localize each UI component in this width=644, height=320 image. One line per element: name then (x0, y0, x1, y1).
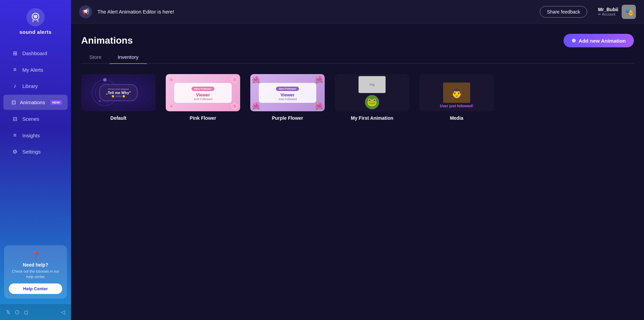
sidebar-item-animations[interactable]: ⊡ Animations New! (3, 95, 68, 110)
sidebar-nav: ⊞ Dashboard ≡ My Alerts ♪ Library ⊡ Anim… (0, 42, 71, 240)
svg-point-5 (36, 15, 38, 17)
animation-name-pink-flower: Pink Flower (190, 115, 216, 121)
animation-card-my-first-animation[interactable]: img 🐸 My First Animation (335, 74, 409, 121)
animation-card-default[interactable]: Roxxi just played „Tell me Why" ⭐ 2000 ⭐… (81, 74, 156, 121)
insights-icon: ≡ (12, 132, 18, 138)
sidebar-item-label: Scenes (22, 116, 39, 122)
avatar[interactable]: 🎭 (622, 5, 636, 19)
twitter-icon[interactable]: 𝕏 (6, 309, 10, 315)
svg-point-4 (33, 15, 35, 17)
share-feedback-button[interactable]: Share feedback (540, 6, 587, 18)
instagram-icon[interactable]: ◻ (24, 309, 28, 315)
logo-text: sound alerts (19, 29, 51, 35)
sidebar-item-label: Library (22, 83, 38, 89)
plus-icon: ⊕ (572, 38, 576, 44)
discord-icon[interactable]: ⬡ (15, 309, 19, 315)
dashboard-icon: ⊞ (12, 50, 18, 56)
announcement-icon: 📢 (79, 5, 92, 18)
library-icon: ♪ (12, 83, 18, 89)
sidebar-item-label: My Alerts (22, 67, 43, 73)
sidebar-social: 𝕏 ⬡ ◻ ◁ (0, 304, 71, 320)
new-badge: New! (50, 100, 62, 105)
animation-card-pink-flower[interactable]: 🌸 🌸 🌸 🌸 New Follower Viewer Just Followe… (166, 74, 240, 121)
tabs: Store Inventory (81, 51, 634, 64)
user-info: Mr_Bubii ✏ Account 🎭 (598, 5, 636, 19)
add-animation-button[interactable]: ⊕ Add new Animation (564, 34, 634, 47)
help-icon: ❓ (9, 251, 62, 260)
topbar: 📢 The Alert Animation Editor is here! Sh… (71, 0, 644, 24)
sidebar-item-library[interactable]: ♪ Library (3, 78, 68, 93)
scenes-icon: ⊟ (12, 116, 18, 122)
settings-icon: ⚙ (12, 148, 18, 155)
sidebar-item-my-alerts[interactable]: ≡ My Alerts (3, 62, 68, 77)
sidebar-item-label: Insights (22, 133, 40, 138)
animation-name-default: Default (110, 115, 126, 121)
sidebar-logo: sound alerts (0, 0, 71, 42)
announcement-text: The Alert Animation Editor is here! (97, 9, 534, 15)
sidebar-item-label: Dashboard (22, 50, 47, 56)
animation-card-purple-flower[interactable]: 🌺 🌺 🌺 🌺 New Follower Viewer Just Followe… (250, 74, 325, 121)
animation-thumbnail-media: 👨 User just followed! (419, 74, 494, 111)
sidebar-item-settings[interactable]: ⚙ Settings (3, 144, 68, 159)
svg-point-10 (99, 100, 101, 102)
animation-thumbnail-purple-flower: 🌺 🌺 🌺 🌺 New Follower Viewer Just Followe… (250, 74, 325, 111)
page-header: Animations ⊕ Add new Animation (81, 34, 634, 47)
animation-thumbnail-pink-flower: 🌸 🌸 🌸 🌸 New Follower Viewer Just Followe… (166, 74, 240, 111)
animations-grid: Roxxi just played „Tell me Why" ⭐ 2000 ⭐… (81, 74, 634, 121)
page-content: Animations ⊕ Add new Animation Store Inv… (71, 24, 644, 320)
animation-name-media: Media (450, 115, 463, 121)
animation-thumbnail-my-first-animation: img 🐸 (335, 74, 409, 111)
back-arrow-icon[interactable]: ◁ (61, 309, 65, 315)
help-title: Need help? (9, 262, 62, 268)
animation-thumbnail-default: Roxxi just played „Tell me Why" ⭐ 2000 ⭐ (81, 74, 156, 111)
tab-inventory[interactable]: Inventory (110, 51, 147, 64)
svg-line-2 (33, 20, 33, 22)
sidebar-item-dashboard[interactable]: ⊞ Dashboard (3, 46, 68, 61)
animations-icon: ⊡ (12, 99, 16, 106)
main-content: 📢 The Alert Animation Editor is here! Sh… (71, 0, 644, 320)
help-description: Check out the tutorials in our help cent… (9, 269, 62, 279)
sidebar-item-label: Settings (22, 149, 41, 155)
sidebar-item-label: Animations (20, 99, 45, 105)
page-title: Animations (81, 35, 133, 46)
user-name: Mr_Bubii (598, 7, 618, 12)
svg-point-8 (103, 78, 107, 82)
my-alerts-icon: ≡ (12, 67, 18, 73)
tab-store[interactable]: Store (81, 51, 110, 64)
sidebar: sound alerts ⊞ Dashboard ≡ My Alerts ♪ L… (0, 0, 71, 320)
animation-name-purple-flower: Purple Flower (272, 115, 303, 121)
help-box: ❓ Need help? Check out the tutorials in … (4, 245, 67, 299)
animation-card-media[interactable]: 👨 User just followed! Media (419, 74, 494, 121)
add-animation-label: Add new Animation (579, 38, 626, 44)
sidebar-item-insights[interactable]: ≡ Insights (3, 128, 68, 143)
sidebar-item-scenes[interactable]: ⊟ Scenes (3, 111, 68, 127)
animation-name-my-first-animation: My First Animation (351, 115, 393, 121)
help-center-button[interactable]: Help Center (9, 283, 62, 294)
user-account-label[interactable]: ✏ Account (598, 12, 618, 17)
logo-icon (26, 8, 45, 26)
svg-line-3 (38, 20, 38, 22)
